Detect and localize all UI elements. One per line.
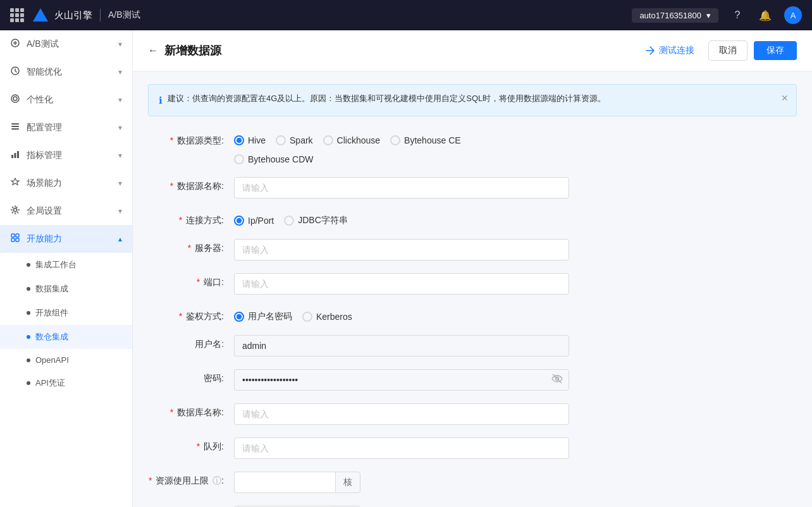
sidebar-sub-item-api-cert[interactable]: API凭证 [0, 371, 132, 395]
source-name-label: * 数据源名称: [148, 177, 224, 192]
conn-method-radio-group: Ip/Port JDBC字符串 [234, 211, 797, 226]
dot-icon-5 [27, 358, 30, 362]
radio-circle-clickhouse [323, 135, 333, 145]
page-title-area: ← 新增数据源 [148, 43, 221, 58]
sidebar-sub-item-openapi[interactable]: OpenAPI [0, 349, 132, 371]
chevron-icon-6: ▾ [118, 179, 122, 188]
db-name-input[interactable] [234, 403, 569, 425]
sidebar-sub-label-data-warehouse: 数仓集成 [35, 331, 68, 343]
main-content: ← 新增数据源 测试连接 取消 保存 ℹ 建议：供查询的资源配置在4G及以上。原… [133, 30, 812, 507]
sidebar-sub-label-open-widget: 开放组件 [35, 307, 68, 319]
radio-circle-bytehouse-ce [390, 135, 400, 145]
password-input[interactable] [234, 369, 569, 391]
chevron-icon-5: ▾ [118, 151, 122, 160]
port-control [234, 273, 797, 295]
radio-user-pass[interactable]: 用户名密码 [234, 311, 292, 322]
chevron-icon-2: ▾ [118, 68, 122, 76]
env-dropdown[interactable]: auto1716351800 ▾ [632, 8, 718, 23]
radio-bytehouse-cdw[interactable]: Bytehouse CDW [234, 154, 313, 164]
radio-spark[interactable]: Spark [276, 135, 313, 145]
svg-rect-13 [11, 238, 15, 241]
source-type-label: * 数据源类型: [148, 131, 224, 147]
queue-input[interactable] [234, 437, 569, 459]
personalize-icon [10, 94, 20, 106]
radio-jdbc[interactable]: JDBC字符串 [284, 215, 348, 226]
sidebar-item-label-metric-mgmt: 指标管理 [27, 150, 62, 161]
page-header: ← 新增数据源 测试连接 取消 保存 [133, 30, 812, 71]
page-title: 新增数据源 [164, 43, 221, 58]
save-button[interactable]: 保存 [754, 41, 797, 60]
open-cap-icon [10, 233, 20, 245]
grid-menu-icon[interactable] [10, 8, 24, 22]
test-conn-button[interactable]: 测试连接 [637, 41, 702, 60]
server-label: * 服务器: [148, 239, 224, 254]
radio-circle-bytehouse-cdw [234, 154, 244, 164]
port-row: * 端口: [148, 273, 797, 295]
sidebar-item-config-mgmt[interactable]: 配置管理 ▾ [0, 114, 132, 142]
sidebar-sub-item-data-warehouse[interactable]: 数仓集成 [0, 325, 132, 349]
sidebar-item-ab-test[interactable]: A/B测试 ▾ [0, 30, 132, 58]
port-input[interactable] [234, 273, 569, 295]
notice-banner: ℹ 建议：供查询的资源配置在4G及以上。原因：当数据集和可视化建模中使用自定义S… [148, 84, 797, 116]
test-conn-icon [645, 46, 655, 56]
scene-cap-icon [10, 177, 20, 190]
source-name-control [234, 177, 797, 199]
queue-control [234, 437, 797, 459]
server-input[interactable] [234, 239, 569, 260]
conn-method-row: * 连接方式: Ip/Port JDBC字符串 [148, 211, 797, 226]
conn-method-control: Ip/Port JDBC字符串 [234, 211, 797, 226]
svg-rect-11 [11, 234, 15, 237]
svg-rect-5 [11, 126, 19, 127]
sidebar-sub-item-integration-ws[interactable]: 集成工作台 [0, 253, 132, 277]
queue-row: * 队列: [148, 437, 797, 459]
resource-limit-input-wrapper: 核 [234, 472, 360, 493]
sidebar-item-global-set[interactable]: 全局设置 ▾ [0, 197, 132, 225]
bell-icon[interactable]: 🔔 [756, 6, 774, 24]
svg-rect-6 [11, 128, 19, 130]
sidebar-item-smart-opt[interactable]: 智能优化 ▾ [0, 58, 132, 86]
radio-kerberos[interactable]: Kerberos [302, 311, 352, 322]
password-label: 密码: [148, 369, 224, 384]
server-row: * 服务器: [148, 239, 797, 260]
password-control [234, 369, 797, 391]
radio-bytehouse-ce[interactable]: Bytehouse CE [390, 135, 461, 145]
auth-method-label: * 鉴权方式: [148, 307, 224, 322]
source-name-input[interactable] [234, 177, 569, 199]
username-input[interactable] [234, 335, 569, 357]
sidebar-item-metric-mgmt[interactable]: 指标管理 ▾ [0, 142, 132, 169]
sidebar-item-scene-cap[interactable]: 场景能力 ▾ [0, 169, 132, 197]
resource-limit-info-icon: ⓘ [212, 475, 221, 486]
radio-hive[interactable]: Hive [234, 135, 266, 145]
sidebar-item-label-smart-opt: 智能优化 [27, 66, 62, 78]
dot-icon-2 [27, 287, 30, 291]
queue-label: * 队列: [148, 437, 224, 453]
help-icon[interactable]: ? [729, 6, 746, 24]
notice-close-button[interactable]: ✕ [781, 91, 789, 105]
chevron-icon-3: ▾ [118, 95, 122, 104]
source-type-row: * 数据源类型: Hive Spark [148, 131, 797, 164]
server-control [234, 239, 797, 260]
sidebar-item-personalize[interactable]: 个性化 ▾ [0, 86, 132, 114]
svg-point-10 [14, 209, 17, 212]
avatar[interactable]: A [784, 6, 802, 24]
conn-method-label: * 连接方式: [148, 211, 224, 226]
resource-limit-label: * 资源使用上限 ⓘ: [148, 472, 224, 487]
source-name-row: * 数据源名称: [148, 177, 797, 199]
sidebar: A/B测试 ▾ 智能优化 ▾ 个性化 ▾ 配置管理 ▾ [0, 30, 133, 507]
resource-limit-input[interactable] [234, 472, 335, 493]
svg-rect-7 [11, 155, 13, 158]
svg-point-2 [11, 95, 19, 102]
form-container: ℹ 建议：供查询的资源配置在4G及以上。原因：当数据集和可视化建模中使用自定义S… [133, 71, 812, 507]
cancel-button[interactable]: 取消 [708, 40, 747, 61]
notice-text: 建议：供查询的资源配置在4G及以上。原因：当数据集和可视化建模中使用自定义SQL… [168, 92, 606, 106]
radio-ip-port[interactable]: Ip/Port [234, 215, 274, 226]
username-row: 用户名: [148, 335, 797, 357]
sidebar-item-open-cap[interactable]: 开放能力 ▴ [0, 225, 132, 253]
sidebar-sub-label-integration-ws: 集成工作台 [35, 259, 77, 271]
info-icon: ℹ [159, 93, 163, 108]
back-button[interactable]: ← [148, 45, 158, 56]
radio-clickhouse[interactable]: Clickhouse [323, 135, 380, 145]
sidebar-sub-item-data-collect[interactable]: 数据集成 [0, 277, 132, 301]
sidebar-sub-item-open-widget[interactable]: 开放组件 [0, 301, 132, 325]
password-toggle-icon[interactable] [551, 373, 563, 387]
